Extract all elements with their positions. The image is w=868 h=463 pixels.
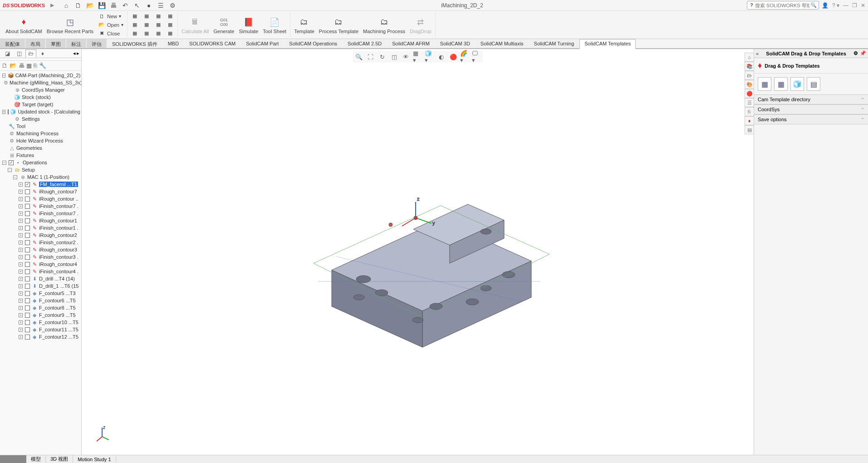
checkbox[interactable] <box>25 189 30 194</box>
expander-icon[interactable]: + <box>19 197 23 201</box>
undo-icon[interactable]: ↶ <box>120 1 130 10</box>
close-icon[interactable]: ✕ <box>861 2 865 9</box>
tree-mid-item[interactable]: 🔧Tool <box>0 123 81 130</box>
checkbox[interactable] <box>8 109 9 114</box>
checkbox[interactable] <box>25 305 30 310</box>
tab-布局[interactable]: 布局 <box>25 39 45 48</box>
tab-solidcam-afrm[interactable]: SolidCAM AFRM <box>387 39 435 48</box>
expander-icon[interactable]: + <box>19 320 23 325</box>
grid-btn-4[interactable]: ▦ <box>141 12 152 20</box>
tree-operation[interactable]: +◆F_contour5 ...T3 <box>0 290 81 297</box>
vp-zoom-icon[interactable]: 🔍 <box>354 52 364 62</box>
calculate-button[interactable]: 🖩Calculate All <box>180 15 211 35</box>
expander-icon[interactable]: + <box>19 299 23 303</box>
checkbox[interactable] <box>25 211 30 216</box>
tpl-icon-2[interactable]: ▦ <box>774 77 788 91</box>
section-cam-template[interactable]: Cam Template directory⌃ <box>754 94 868 104</box>
vp-cube-icon[interactable]: 🧊 ▾ <box>425 52 435 62</box>
expander-icon[interactable]: + <box>19 219 23 223</box>
checkbox[interactable]: ✓ <box>25 182 30 187</box>
vp-hide-icon[interactable]: ◐ <box>436 52 446 62</box>
expander-icon[interactable]: + <box>19 262 23 266</box>
template-button[interactable]: 🗂Template <box>292 15 316 35</box>
save-icon[interactable]: 💾 <box>97 1 107 10</box>
expander-icon[interactable]: + <box>2 110 5 114</box>
checkbox[interactable] <box>25 269 30 274</box>
vp-section-icon[interactable]: ◫ <box>389 52 399 62</box>
open-button[interactable]: 📂Open ▾ <box>96 21 125 29</box>
bottom-tab-3dview[interactable]: 3D 视图 <box>46 455 73 463</box>
expander-icon[interactable]: + <box>19 335 23 339</box>
vp-display-icon[interactable]: ▦ ▾ <box>413 52 423 62</box>
tree-operation[interactable]: +✎iFinish_contour4 . <box>0 268 81 275</box>
expander-icon[interactable]: − <box>2 161 6 165</box>
checkbox[interactable] <box>25 298 30 303</box>
grid-btn-12[interactable]: ▦ <box>165 30 176 38</box>
expander-icon[interactable]: + <box>19 284 23 288</box>
expander-icon[interactable]: + <box>19 226 23 230</box>
tree-operation[interactable]: +⬇D_drill_1 ...T6 (15 <box>0 282 81 290</box>
tree-item[interactable]: 🎯Target (target) <box>0 101 81 108</box>
expander-icon[interactable]: − <box>2 74 5 78</box>
checkbox[interactable] <box>25 262 30 267</box>
tree-operation[interactable]: +✎iFinish_contour7 . <box>0 202 81 210</box>
vp-screen-icon[interactable]: 🖵 ▾ <box>472 52 482 62</box>
tpl-icon-1[interactable]: ▦ <box>758 77 771 91</box>
search-icon[interactable]: 🔍 <box>810 2 817 8</box>
tree-operation[interactable]: +✎iFinish_contour7 . <box>0 210 81 217</box>
expander-icon[interactable]: − <box>13 175 17 179</box>
grid-btn-7[interactable]: ▦ <box>153 12 164 20</box>
generate-button[interactable]: G01G00Generate <box>212 15 236 35</box>
tree-mac[interactable]: −⊕MAC 1 (1-Position) <box>0 173 81 181</box>
tree-item[interactable]: 🧊Stock (stock) <box>0 94 81 101</box>
tree-item[interactable]: ⚙Machine (gMilling_Haas_SS_3x) <box>0 79 81 86</box>
checkbox[interactable] <box>25 255 30 260</box>
checkbox[interactable] <box>25 335 30 340</box>
expander-icon[interactable]: + <box>19 255 23 259</box>
tree-mid-item[interactable]: ⊞Fixtures <box>0 152 81 159</box>
panel-tab-right-icon[interactable]: ▸ <box>77 50 79 56</box>
vp-zoomfit-icon[interactable]: ⛶ <box>366 52 376 62</box>
grid-btn-3[interactable]: ▦ <box>129 30 140 38</box>
panel-tab-2[interactable]: ◫ <box>14 49 25 58</box>
checkbox[interactable] <box>25 204 30 209</box>
tree-operation[interactable]: +✎iRough_contour4 <box>0 261 81 268</box>
tree-operation[interactable]: +◆F_contour6 ...T5 <box>0 297 81 304</box>
tab-mbd[interactable]: MBD <box>163 39 184 48</box>
expander-icon[interactable]: + <box>19 212 23 216</box>
collapse-icon[interactable]: « <box>756 51 759 56</box>
tab-solidcam-multiaxis[interactable]: SolidCAM Multiaxis <box>476 39 529 48</box>
user-icon[interactable]: 👤 <box>822 2 829 9</box>
panel-tab-left-icon[interactable]: ◂ <box>73 50 76 56</box>
tab-solidcam-3d[interactable]: SolidCAM 3D <box>435 39 475 48</box>
grid-btn-8[interactable]: ▦ <box>153 21 164 29</box>
restore-icon[interactable]: ❐ <box>852 2 857 9</box>
tab-solidcam-operations[interactable]: SolidCAM Operations <box>284 39 342 48</box>
section-coordsys[interactable]: CoordSys⌃ <box>754 104 868 114</box>
tree-operation[interactable]: +✎iFinish_contour2 . <box>0 239 81 246</box>
taskpane-more-icon[interactable]: ▤ <box>745 125 754 134</box>
bottom-tab-model[interactable]: 模型 <box>26 455 46 463</box>
tree-operation[interactable]: +✎iRough_contour2 <box>0 232 81 239</box>
home-icon[interactable]: ⌂ <box>61 1 71 10</box>
tree-mid-item[interactable]: ⚙Machining Process <box>0 130 81 137</box>
tree-operation[interactable]: +✎iRough_contour7 <box>0 188 81 195</box>
menu-dropdown-icon[interactable]: ▶ <box>48 1 57 10</box>
tree-operation[interactable]: +◆F_contour10 ...T5 <box>0 319 81 326</box>
checkbox[interactable] <box>25 240 30 245</box>
grid-btn-1[interactable]: ▦ <box>129 12 140 20</box>
toolsheet-button[interactable]: 📄Tool Sheet <box>261 15 288 35</box>
panel-tab-4[interactable]: ♦ <box>37 49 48 58</box>
settings-icon[interactable]: ⚙ <box>167 1 177 10</box>
taskpane-view-icon[interactable]: 🎨 <box>745 80 754 89</box>
vp-appear-icon[interactable]: 🔴 <box>448 52 458 62</box>
checkbox[interactable] <box>25 276 30 281</box>
checkbox[interactable] <box>25 320 30 325</box>
checkbox[interactable] <box>25 247 30 252</box>
tab-solidcam-templates[interactable]: SolidCAM Templates <box>579 39 636 49</box>
checkbox[interactable] <box>25 291 30 296</box>
expander-icon[interactable]: + <box>19 291 23 296</box>
orientation-triad[interactable]: z <box>93 425 111 443</box>
checkbox[interactable] <box>25 313 30 318</box>
checkbox[interactable] <box>25 233 30 238</box>
